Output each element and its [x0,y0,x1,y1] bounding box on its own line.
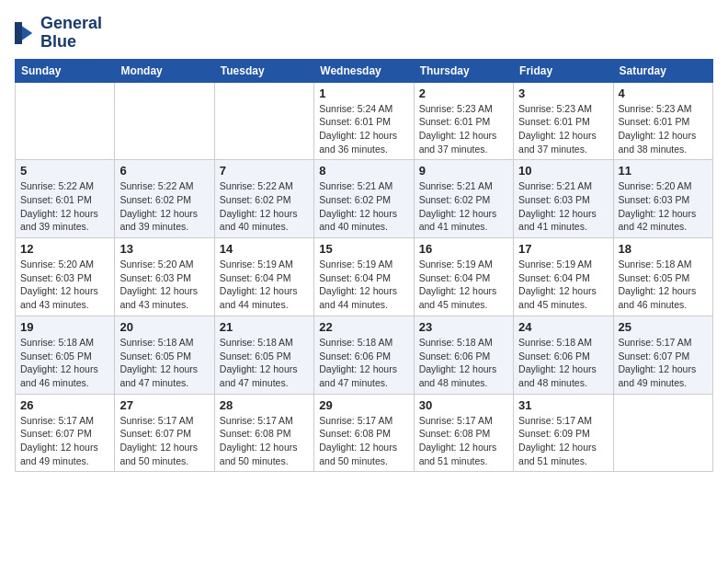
day-info: Sunrise: 5:17 AM Sunset: 6:07 PM Dayligh… [119,414,209,468]
calendar-cell: 21Sunrise: 5:18 AM Sunset: 6:05 PM Dayli… [214,316,313,394]
column-header-wednesday: Wednesday [314,59,414,82]
day-info: Sunrise: 5:17 AM Sunset: 6:08 PM Dayligh… [419,414,508,468]
day-info: Sunrise: 5:17 AM Sunset: 6:07 PM Dayligh… [619,336,708,390]
calendar-cell: 16Sunrise: 5:19 AM Sunset: 6:04 PM Dayli… [414,238,513,316]
day-info: Sunrise: 5:18 AM Sunset: 6:05 PM Dayligh… [20,336,109,390]
calendar-week-row: 19Sunrise: 5:18 AM Sunset: 6:05 PM Dayli… [16,316,713,394]
calendar-week-row: 5Sunrise: 5:22 AM Sunset: 6:01 PM Daylig… [16,160,713,238]
calendar-week-row: 26Sunrise: 5:17 AM Sunset: 6:07 PM Dayli… [16,394,713,472]
calendar-cell: 28Sunrise: 5:17 AM Sunset: 6:08 PM Dayli… [214,394,313,472]
column-header-saturday: Saturday [613,59,712,82]
day-number: 6 [119,164,209,178]
calendar-cell: 31Sunrise: 5:17 AM Sunset: 6:09 PM Dayli… [514,394,613,472]
day-info: Sunrise: 5:18 AM Sunset: 6:05 PM Dayligh… [220,336,309,390]
day-info: Sunrise: 5:22 AM Sunset: 6:02 PM Dayligh… [119,179,209,234]
day-number: 20 [119,320,209,334]
day-info: Sunrise: 5:22 AM Sunset: 6:01 PM Dayligh… [20,179,109,234]
logo: General Blue [15,15,102,52]
column-header-monday: Monday [115,59,214,82]
day-number: 11 [619,164,708,178]
day-info: Sunrise: 5:23 AM Sunset: 6:01 PM Dayligh… [518,102,608,156]
calendar-cell [16,82,115,160]
day-info: Sunrise: 5:18 AM Sunset: 6:05 PM Dayligh… [119,336,209,390]
day-info: Sunrise: 5:18 AM Sunset: 6:06 PM Dayligh… [518,336,608,390]
day-number: 29 [319,398,408,412]
calendar-cell: 9Sunrise: 5:21 AM Sunset: 6:02 PM Daylig… [414,160,513,238]
day-info: Sunrise: 5:19 AM Sunset: 6:04 PM Dayligh… [319,258,408,312]
calendar-cell: 22Sunrise: 5:18 AM Sunset: 6:06 PM Dayli… [314,316,414,394]
column-header-sunday: Sunday [16,59,115,82]
day-info: Sunrise: 5:21 AM Sunset: 6:02 PM Dayligh… [419,179,508,234]
calendar-cell: 4Sunrise: 5:23 AM Sunset: 6:01 PM Daylig… [613,82,712,160]
calendar-week-row: 12Sunrise: 5:20 AM Sunset: 6:03 PM Dayli… [16,238,713,316]
day-info: Sunrise: 5:20 AM Sunset: 6:03 PM Dayligh… [619,179,708,234]
column-header-thursday: Thursday [414,59,513,82]
calendar-cell [214,82,313,160]
day-info: Sunrise: 5:24 AM Sunset: 6:01 PM Dayligh… [319,102,408,156]
day-number: 8 [319,164,408,178]
calendar-cell: 10Sunrise: 5:21 AM Sunset: 6:03 PM Dayli… [514,160,613,238]
day-number: 12 [20,242,109,256]
day-info: Sunrise: 5:21 AM Sunset: 6:03 PM Dayligh… [518,179,608,234]
day-info: Sunrise: 5:19 AM Sunset: 6:04 PM Dayligh… [220,258,309,312]
day-number: 31 [518,398,608,412]
day-number: 4 [619,86,708,100]
day-number: 14 [220,242,309,256]
calendar-cell: 15Sunrise: 5:19 AM Sunset: 6:04 PM Dayli… [314,238,414,316]
calendar-cell: 5Sunrise: 5:22 AM Sunset: 6:01 PM Daylig… [16,160,115,238]
day-number: 28 [220,398,309,412]
calendar-cell: 18Sunrise: 5:18 AM Sunset: 6:05 PM Dayli… [613,238,712,316]
day-number: 21 [220,320,309,334]
day-number: 18 [619,242,708,256]
logo-icon [15,22,37,44]
day-info: Sunrise: 5:23 AM Sunset: 6:01 PM Dayligh… [619,102,708,156]
day-info: Sunrise: 5:19 AM Sunset: 6:04 PM Dayligh… [419,258,508,312]
day-info: Sunrise: 5:19 AM Sunset: 6:04 PM Dayligh… [518,258,608,312]
calendar-cell: 13Sunrise: 5:20 AM Sunset: 6:03 PM Dayli… [115,238,214,316]
day-number: 9 [419,164,508,178]
calendar-table: SundayMondayTuesdayWednesdayThursdayFrid… [15,59,713,473]
day-info: Sunrise: 5:18 AM Sunset: 6:06 PM Dayligh… [319,336,408,390]
day-number: 23 [419,320,508,334]
calendar-cell: 17Sunrise: 5:19 AM Sunset: 6:04 PM Dayli… [514,238,613,316]
day-info: Sunrise: 5:18 AM Sunset: 6:06 PM Dayligh… [419,336,508,390]
page-header: General Blue [15,15,713,52]
day-number: 3 [518,86,608,100]
calendar-cell [115,82,214,160]
day-info: Sunrise: 5:20 AM Sunset: 6:03 PM Dayligh… [119,258,209,312]
calendar-cell: 14Sunrise: 5:19 AM Sunset: 6:04 PM Dayli… [214,238,313,316]
calendar-cell: 27Sunrise: 5:17 AM Sunset: 6:07 PM Dayli… [115,394,214,472]
calendar-cell: 2Sunrise: 5:23 AM Sunset: 6:01 PM Daylig… [414,82,513,160]
calendar-cell: 23Sunrise: 5:18 AM Sunset: 6:06 PM Dayli… [414,316,513,394]
calendar-cell: 29Sunrise: 5:17 AM Sunset: 6:08 PM Dayli… [314,394,414,472]
calendar-cell: 20Sunrise: 5:18 AM Sunset: 6:05 PM Dayli… [115,316,214,394]
day-info: Sunrise: 5:17 AM Sunset: 6:08 PM Dayligh… [220,414,309,468]
day-number: 13 [119,242,209,256]
logo-text: General Blue [40,15,102,52]
svg-marker-0 [20,25,32,41]
calendar-week-row: 1Sunrise: 5:24 AM Sunset: 6:01 PM Daylig… [16,82,713,160]
day-number: 25 [619,320,708,334]
calendar-cell: 19Sunrise: 5:18 AM Sunset: 6:05 PM Dayli… [16,316,115,394]
column-header-tuesday: Tuesday [214,59,313,82]
calendar-cell [613,394,712,472]
svg-rect-1 [15,22,22,44]
day-info: Sunrise: 5:17 AM Sunset: 6:08 PM Dayligh… [319,414,408,468]
calendar-cell: 1Sunrise: 5:24 AM Sunset: 6:01 PM Daylig… [314,82,414,160]
day-info: Sunrise: 5:23 AM Sunset: 6:01 PM Dayligh… [419,102,508,156]
day-info: Sunrise: 5:20 AM Sunset: 6:03 PM Dayligh… [20,258,109,312]
day-number: 2 [419,86,508,100]
calendar-cell: 26Sunrise: 5:17 AM Sunset: 6:07 PM Dayli… [16,394,115,472]
day-info: Sunrise: 5:21 AM Sunset: 6:02 PM Dayligh… [319,179,408,234]
day-number: 5 [20,164,109,178]
day-number: 30 [419,398,508,412]
day-number: 26 [20,398,109,412]
day-number: 22 [319,320,408,334]
day-number: 27 [119,398,209,412]
calendar-header-row: SundayMondayTuesdayWednesdayThursdayFrid… [16,59,713,82]
day-number: 19 [20,320,109,334]
calendar-cell: 8Sunrise: 5:21 AM Sunset: 6:02 PM Daylig… [314,160,414,238]
column-header-friday: Friday [514,59,613,82]
day-number: 16 [419,242,508,256]
calendar-cell: 6Sunrise: 5:22 AM Sunset: 6:02 PM Daylig… [115,160,214,238]
